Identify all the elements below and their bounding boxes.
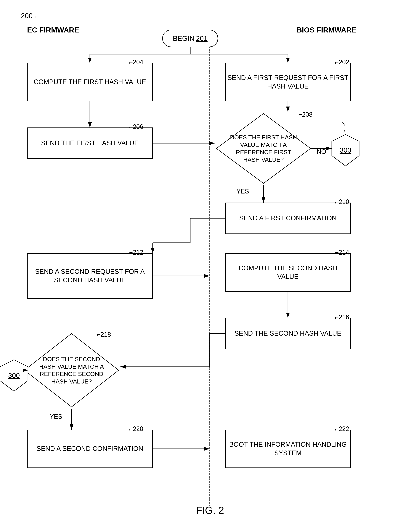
box-210: SEND A FIRST CONFIRMATION — [225, 203, 351, 234]
yes-label-218: YES — [50, 413, 62, 420]
box-222: BOOT THE INFORMATION HANDLING SYSTEM — [225, 430, 351, 468]
ref-218: ⌐218 — [97, 331, 111, 338]
box-214-text: COMPUTE THE SECOND HASH VALUE — [227, 264, 349, 281]
diamond-218: DOES THE SECOND HASH VALUE MATCH A REFER… — [23, 332, 120, 409]
begin-oval: BEGIN 201 — [162, 30, 218, 47]
diagram-container: 200 ⌐ EC FIRMWARE BIOS FIRMWARE BEGIN 20… — [0, 0, 420, 530]
bios-firmware-label: BIOS FIRMWARE — [297, 26, 356, 34]
diagram-number: 200 ⌐ — [21, 12, 39, 20]
diamond-208-text: DOES THE FIRST HASH VALUE MATCH A REFERE… — [227, 126, 300, 171]
ref-208: ⌐208 — [298, 111, 312, 118]
ref-212: ⌐212 — [129, 249, 143, 256]
begin-ref: 201 — [196, 35, 208, 43]
ref-204: ⌐204 — [129, 59, 143, 66]
yes-label-208: YES — [237, 188, 249, 195]
box-206-text: SEND THE FIRST HASH VALUE — [41, 139, 139, 147]
shield-300a: 300 — [332, 133, 359, 168]
ref-222: ⌐222 — [335, 425, 349, 433]
box-202-text: SEND A FIRST REQUEST FOR A FIRST HASH VA… — [227, 74, 349, 91]
box-216-text: SEND THE SECOND HASH VALUE — [234, 329, 341, 338]
box-212-text: SEND A SECOND REQUEST FOR A SECOND HASH … — [29, 267, 150, 285]
begin-label: BEGIN — [173, 35, 194, 43]
box-216: SEND THE SECOND HASH VALUE — [225, 318, 351, 349]
box-202: SEND A FIRST REQUEST FOR A FIRST HASH VA… — [225, 63, 351, 101]
diamond-208: DOES THE FIRST HASH VALUE MATCH A REFERE… — [215, 112, 312, 185]
shield-300a-text: 300 — [340, 146, 351, 154]
ref-202: ⌐202 — [335, 59, 349, 66]
ref-216: ⌐216 — [335, 313, 349, 321]
box-210-text: SEND A FIRST CONFIRMATION — [239, 214, 336, 222]
ref-210: ⌐210 — [335, 198, 349, 206]
shield-300b-text: 300 — [8, 372, 20, 380]
ref-206: ⌐206 — [129, 123, 143, 131]
no-label-208: NO — [317, 148, 326, 155]
box-222-text: BOOT THE INFORMATION HANDLING SYSTEM — [227, 440, 349, 457]
center-divider — [210, 38, 210, 506]
box-212: SEND A SECOND REQUEST FOR A SECOND HASH … — [27, 253, 153, 299]
shield-300b: 300 — [0, 358, 28, 393]
box-214: COMPUTE THE SECOND HASH VALUE — [225, 253, 351, 292]
box-204: COMPUTE THE FIRST HASH VALUE — [27, 63, 153, 101]
diamond-218-text: DOES THE SECOND HASH VALUE MATCH A REFER… — [35, 346, 108, 395]
ec-firmware-label: EC FIRMWARE — [27, 26, 79, 34]
box-206: SEND THE FIRST HASH VALUE — [27, 128, 153, 159]
ref-220: ⌐220 — [129, 425, 143, 433]
figure-label: FIG. 2 — [196, 504, 224, 516]
box-220-text: SEND A SECOND CONFIRMATION — [36, 444, 143, 453]
box-220: SEND A SECOND CONFIRMATION — [27, 430, 153, 468]
ref-214: ⌐214 — [335, 249, 349, 256]
box-204-text: COMPUTE THE FIRST HASH VALUE — [34, 78, 146, 86]
